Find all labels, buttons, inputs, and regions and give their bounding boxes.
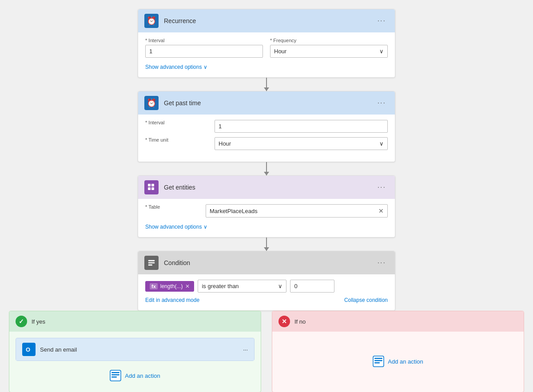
svg-rect-11	[111, 374, 119, 376]
clock-icon: ⏰	[147, 16, 156, 26]
if-no-branch: ✕ If no Add an action	[272, 311, 524, 392]
table-label: * Table	[145, 204, 199, 210]
edit-advanced-link[interactable]: Edit in advanced mode	[145, 297, 199, 303]
gpt-interval-input[interactable]	[215, 120, 388, 133]
gpt-timeunit-select[interactable]: Hour ∨	[215, 137, 388, 150]
svg-rect-2	[148, 187, 151, 190]
operator-select[interactable]: is greater than ∨	[198, 280, 286, 293]
if-yes-branch: ✓ If yes O Send an email ···	[9, 311, 261, 392]
table-label-group: * Table	[145, 204, 199, 218]
comparator-input[interactable]	[290, 280, 334, 293]
getpasttime-header: ⏰ Get past time ···	[138, 91, 395, 115]
connector-1	[266, 78, 267, 91]
gpt-chevron-icon: ∨	[379, 140, 384, 147]
gpt-timeunit-label: * Time unit	[145, 137, 207, 143]
svg-rect-12	[111, 376, 117, 378]
recurrence-fields-row: * Interval * Frequency Hour ∨	[145, 38, 388, 58]
gpt-timeunit-select-group: Hour ∨	[215, 137, 388, 150]
connector-3	[266, 238, 267, 251]
table-value: MarketPlaceLeads	[210, 208, 258, 214]
getentities-advanced-label: Show advanced options	[145, 224, 202, 230]
svg-rect-15	[374, 360, 382, 361]
send-email-title: Send an email	[40, 346, 243, 353]
table-value-container: MarketPlaceLeads ✕	[206, 204, 388, 218]
recurrence-show-advanced[interactable]: Show advanced options ∨	[145, 64, 207, 70]
getentities-chevron-icon: ∨	[203, 224, 207, 230]
frequency-field-group: * Frequency Hour ∨	[270, 38, 388, 58]
getpasttime-icon-circle: ⏰	[144, 96, 159, 110]
fx-label: fx	[150, 283, 158, 289]
interval-input[interactable]	[145, 45, 263, 58]
if-yes-add-action-label: Add an action	[125, 372, 160, 379]
getentities-body: * Table MarketPlaceLeads ✕ Show advanced…	[138, 199, 395, 237]
frequency-label: * Frequency	[270, 38, 388, 43]
add-action-icon-2	[373, 356, 384, 367]
fx-remove-button[interactable]: ✕	[185, 283, 190, 289]
getentities-title: Get entities	[164, 184, 375, 191]
branches-section: ✓ If yes O Send an email ···	[4, 311, 529, 392]
recurrence-card: ⏰ Recurrence ··· * Interval * Frequency …	[138, 9, 395, 78]
recurrence-header: ⏰ Recurrence ···	[138, 9, 395, 32]
svg-rect-1	[151, 184, 154, 186]
condition-card: Condition ··· fx length(...) ✕ is greate…	[138, 251, 395, 311]
show-advanced-label: Show advanced options	[145, 64, 202, 70]
interval-field-group: * Interval	[145, 38, 263, 58]
gpt-interval-label: * Interval	[145, 120, 207, 125]
getpasttime-more-button[interactable]: ···	[375, 98, 389, 108]
connector-2	[266, 162, 267, 175]
gpt-interval-input-group	[215, 120, 388, 133]
getpasttime-body: * Interval * Time unit Hour ∨	[138, 115, 395, 162]
table-clear-button[interactable]: ✕	[378, 207, 384, 214]
recurrence-more-button[interactable]: ···	[375, 16, 389, 26]
svg-rect-16	[374, 362, 380, 364]
clock-icon-2: ⏰	[147, 98, 156, 108]
svg-rect-6	[148, 265, 152, 266]
condition-links: Edit in advanced mode Collapse condition	[145, 297, 388, 303]
send-email-header: O Send an email ···	[16, 338, 254, 360]
outlook-logo-icon: O	[24, 344, 34, 354]
frequency-select[interactable]: Hour ∨	[270, 45, 388, 58]
collapse-condition-link[interactable]: Collapse condition	[344, 297, 388, 303]
send-email-card: O Send an email ···	[16, 338, 255, 361]
if-yes-title: If yes	[32, 318, 45, 325]
getpasttime-interval-row: * Interval	[145, 120, 388, 133]
condition-icon-circle	[144, 256, 159, 270]
getentities-more-button[interactable]: ···	[375, 182, 389, 192]
getpasttime-timeunit-row: * Time unit Hour ∨	[145, 137, 388, 150]
getpasttime-title: Get past time	[164, 99, 375, 107]
recurrence-icon-circle: ⏰	[144, 14, 159, 28]
if-no-header: ✕ If no	[272, 311, 524, 332]
svg-rect-13	[373, 356, 384, 367]
no-icon: ✕	[278, 316, 290, 327]
interval-label: * Interval	[145, 38, 263, 43]
if-yes-header: ✓ If yes	[9, 311, 261, 332]
if-yes-add-action-button[interactable]: Add an action	[16, 365, 255, 386]
send-email-more-button[interactable]: ···	[243, 346, 248, 353]
yes-icon: ✓	[16, 316, 27, 327]
svg-rect-5	[148, 262, 155, 264]
condition-title: Condition	[164, 259, 375, 266]
getentities-show-advanced[interactable]: Show advanced options ∨	[145, 224, 207, 230]
recurrence-body: * Interval * Frequency Hour ∨ Show advan…	[138, 32, 395, 77]
getentities-icon-circle	[144, 180, 159, 194]
fx-chip[interactable]: fx length(...) ✕	[145, 281, 194, 292]
grid-icon	[147, 183, 155, 191]
getentities-card: Get entities ··· * Table MarketPlaceLead…	[138, 175, 395, 238]
getpasttime-card: ⏰ Get past time ··· * Interval * Time un…	[138, 91, 395, 162]
svg-rect-9	[110, 370, 121, 381]
chevron-down-icon: ∨	[379, 48, 384, 55]
svg-rect-10	[111, 372, 119, 373]
frequency-value: Hour	[274, 48, 286, 55]
if-no-add-action-button[interactable]: Add an action	[278, 338, 517, 385]
if-yes-body: O Send an email ··· Add an	[9, 332, 261, 392]
add-action-icon	[110, 370, 121, 381]
recurrence-title: Recurrence	[164, 17, 375, 24]
condition-more-button[interactable]: ···	[375, 258, 389, 268]
outlook-icon: O	[22, 343, 36, 356]
condition-icon	[147, 259, 155, 267]
operator-chevron-icon: ∨	[278, 283, 282, 289]
operator-value: is greater than	[202, 283, 239, 289]
gpt-interval-label-group: * Interval	[145, 120, 207, 133]
gpt-timeunit-value: Hour	[219, 140, 231, 147]
gpt-timeunit-label-group: * Time unit	[145, 137, 207, 150]
